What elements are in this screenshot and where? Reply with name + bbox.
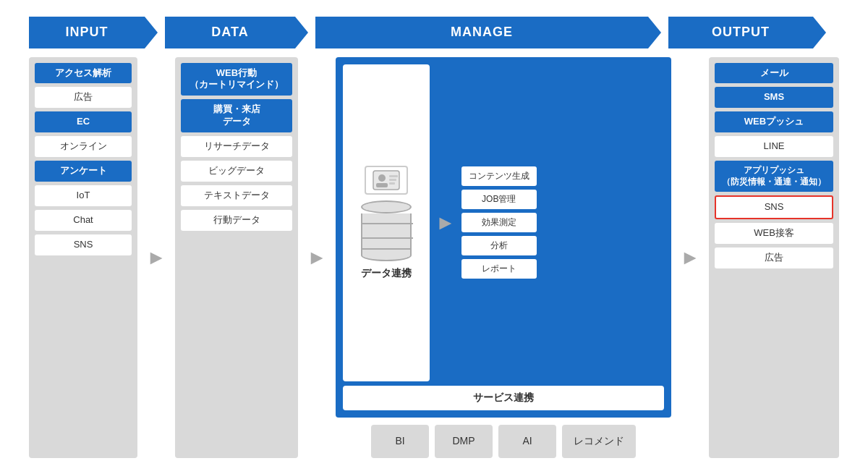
person-icon — [365, 166, 408, 195]
func-item-4: レポート — [461, 259, 537, 279]
output-item-2: WEBプッシュ — [715, 111, 833, 132]
manage-center-top: データ連携 ► コンテンツ生成 JOB管理 効果測定 分析 レポート — [343, 64, 664, 381]
data-item-0: WEB行動 （カートリマインド） — [181, 63, 292, 96]
input-column: アクセス解析 広告 EC オンライン アンケート IoT Chat SNS — [29, 57, 137, 458]
manage-functions: コンテンツ生成 JOB管理 効果測定 分析 レポート — [461, 64, 537, 381]
input-item-7: SNS — [35, 234, 132, 255]
arrow-data-manage: ► — [310, 57, 324, 458]
input-item-6: Chat — [35, 210, 132, 231]
tool-recommend: レコメンド — [562, 425, 636, 458]
manage-top: データ連携 ► コンテンツ生成 JOB管理 効果測定 分析 レポート — [336, 57, 671, 418]
data-renkei-label: データ連携 — [361, 267, 412, 280]
func-item-2: 効果測定 — [461, 213, 537, 232]
svg-rect-2 — [376, 183, 388, 187]
data-item-2: リサーチデータ — [181, 136, 292, 157]
output-item-5: SNS — [715, 195, 833, 219]
db-icon — [361, 200, 412, 261]
func-item-3: 分析 — [461, 236, 537, 255]
input-item-4: アンケート — [35, 161, 132, 182]
input-item-3: オンライン — [35, 136, 132, 157]
svg-rect-4 — [389, 179, 396, 181]
output-item-4: アプリプッシュ （防災情報・通達・通知） — [715, 161, 833, 192]
arrow-manage-output: ► — [683, 57, 697, 458]
output-column: メール SMS WEBプッシュ LINE アプリプッシュ （防災情報・通達・通知… — [709, 57, 839, 458]
main-row: アクセス解析 広告 EC オンライン アンケート IoT Chat SNS ► … — [29, 57, 839, 458]
input-item-2: EC — [35, 111, 132, 132]
output-item-1: SMS — [715, 87, 833, 108]
data-item-5: 行動データ — [181, 210, 292, 231]
data-column: WEB行動 （カートリマインド） 購買・来店 データ リサーチデータ ビッグデー… — [175, 57, 298, 458]
svg-rect-5 — [389, 182, 395, 185]
svg-point-1 — [378, 174, 386, 182]
service-renkei: サービス連携 — [343, 386, 664, 410]
header-data: DATA — [165, 17, 295, 48]
tool-bi: BI — [371, 425, 429, 458]
data-renkei-box: データ連携 — [343, 64, 430, 381]
manage-inner: データ連携 ► コンテンツ生成 JOB管理 効果測定 分析 レポート — [336, 57, 671, 458]
output-item-0: メール — [715, 63, 833, 84]
input-item-0: アクセス解析 — [35, 63, 132, 84]
func-item-0: コンテンツ生成 — [461, 166, 537, 186]
data-item-3: ビッグデータ — [181, 161, 292, 182]
arrow-input-data: ► — [149, 57, 163, 458]
diagram-wrapper: INPUT DATA MANAGE OUTPUT アクセス解析 広告 EC オン… — [14, 9, 854, 465]
manage-column: データ連携 ► コンテンツ生成 JOB管理 効果測定 分析 レポート — [336, 57, 671, 458]
header-output: OUTPUT — [668, 17, 813, 48]
output-item-6: WEB接客 — [715, 223, 833, 244]
manage-internal-arrow: ► — [435, 64, 456, 381]
svg-rect-3 — [389, 175, 398, 177]
tool-dmp: DMP — [435, 425, 493, 458]
func-item-1: JOB管理 — [461, 190, 537, 209]
data-item-4: テキストデータ — [181, 185, 292, 206]
tool-ai: AI — [498, 425, 556, 458]
output-item-3: LINE — [715, 136, 833, 157]
manage-bottom-tools: BI DMP AI レコメンド — [336, 425, 671, 458]
header-row: INPUT DATA MANAGE OUTPUT — [29, 17, 839, 48]
input-item-1: 広告 — [35, 87, 132, 108]
data-item-1: 購買・来店 データ — [181, 99, 292, 132]
manage-center-box: データ連携 ► コンテンツ生成 JOB管理 効果測定 分析 レポート — [336, 57, 671, 418]
header-input: INPUT — [29, 17, 145, 48]
output-item-7: 広告 — [715, 247, 833, 268]
input-item-5: IoT — [35, 185, 132, 206]
header-manage: MANAGE — [315, 17, 648, 48]
